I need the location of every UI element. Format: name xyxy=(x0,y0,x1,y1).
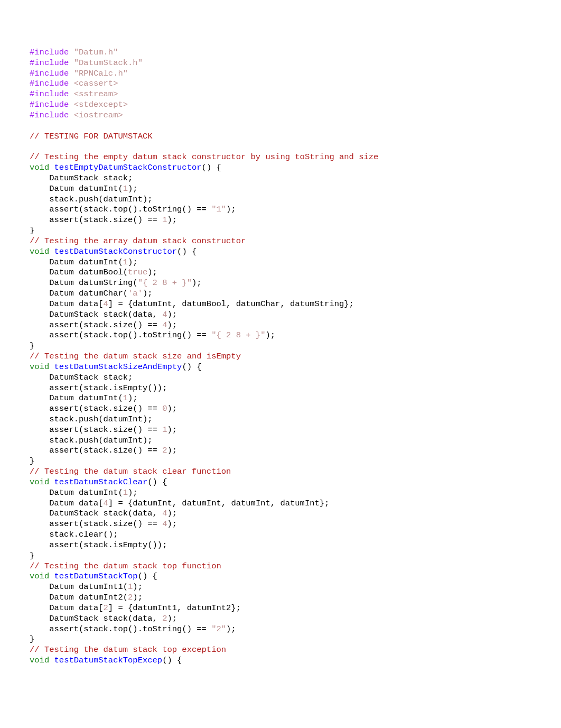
include-header: "Datum.h" xyxy=(74,48,118,57)
preprocessor-directive: #include xyxy=(30,79,69,88)
section-comment: // TESTING FOR DATUMSTACK xyxy=(30,132,153,141)
include-header: <iostream> xyxy=(74,110,123,120)
return-type: void xyxy=(30,163,49,172)
code-token: 4 xyxy=(104,299,108,309)
code-token: 1 xyxy=(123,257,128,267)
include-header: "RPNCalc.h" xyxy=(74,69,128,78)
include-header: "DatumStack.h" xyxy=(74,58,143,68)
code-token: "2" xyxy=(211,624,226,634)
preprocessor-directive: #include xyxy=(30,48,69,57)
code-token: 0 xyxy=(162,404,167,413)
code-token: 2 xyxy=(162,614,167,623)
function-comment: // Testing the datum stack clear functio… xyxy=(30,467,231,476)
function-name: testDatumStackClear xyxy=(54,477,148,487)
code-token: 1 xyxy=(123,488,128,497)
include-header: <stdexcept> xyxy=(74,100,128,109)
code-token: 2 xyxy=(162,446,167,455)
function-name: testDatumStackTop xyxy=(54,572,138,581)
code-token: 1 xyxy=(162,425,167,435)
preprocessor-directive: #include xyxy=(30,110,69,120)
code-token: 2 xyxy=(104,603,108,613)
function-name: testEmptyDatumStackConstructor xyxy=(54,163,202,172)
return-type: void xyxy=(30,477,49,487)
function-comment: // Testing the empty datum stack constru… xyxy=(30,152,378,162)
return-type: void xyxy=(30,572,49,581)
include-header: <sstream> xyxy=(74,89,118,99)
preprocessor-directive: #include xyxy=(30,100,69,109)
code-token: 4 xyxy=(162,509,167,518)
function-comment: // Testing the datum stack top exception xyxy=(30,645,226,655)
return-type: void xyxy=(30,247,49,256)
code-token: 1 xyxy=(123,393,128,403)
function-name: testDatumStackTopExcep xyxy=(54,656,163,665)
code-listing: #include "Datum.h" #include "DatumStack.… xyxy=(0,0,561,698)
code-token: "{ 2 8 + }" xyxy=(211,330,265,340)
function-name: testDatumStackConstructor xyxy=(54,247,177,256)
code-token: true xyxy=(128,268,147,277)
include-header: <cassert> xyxy=(74,79,118,88)
code-token: 2 xyxy=(128,593,133,602)
code-token: 4 xyxy=(162,310,167,319)
code-token: 4 xyxy=(162,320,167,330)
function-comment: // Testing the datum stack top function xyxy=(30,561,221,571)
return-type: void xyxy=(30,362,49,372)
return-type: void xyxy=(30,656,49,665)
code-token: 4 xyxy=(104,499,108,508)
code-token: "{ 2 8 + }" xyxy=(138,278,192,288)
function-comment: // Testing the array datum stack constru… xyxy=(30,236,246,246)
function-comment: // Testing the datum stack size and isEm… xyxy=(30,352,241,361)
code-token: 1 xyxy=(162,215,167,225)
code-token: 1 xyxy=(123,184,128,193)
code-token: "1" xyxy=(211,205,226,214)
code-token: 4 xyxy=(162,519,167,529)
preprocessor-directive: #include xyxy=(30,69,69,78)
preprocessor-directive: #include xyxy=(30,58,69,68)
code-token: 1 xyxy=(128,582,133,592)
function-name: testDatumStackSizeAndEmpty xyxy=(54,362,182,372)
preprocessor-directive: #include xyxy=(30,89,69,99)
code-token: 'a' xyxy=(128,289,143,298)
